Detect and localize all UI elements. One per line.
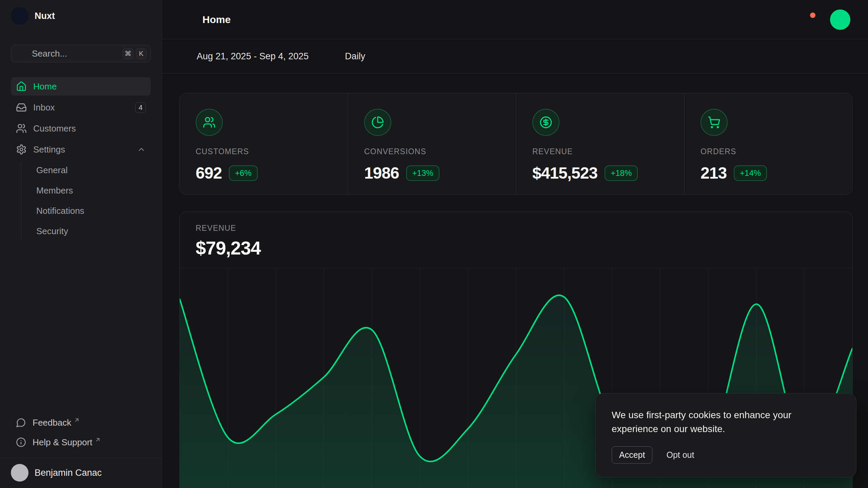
period-select[interactable]: Daily xyxy=(345,51,380,62)
search-input-wrapper[interactable]: ⌘ K xyxy=(11,45,151,62)
date-range-value: Aug 21, 2025 - Sep 4, 2025 xyxy=(197,51,309,62)
page-title: Home xyxy=(202,14,231,25)
chart-header: REVENUE $79,234 xyxy=(180,212,852,268)
sidebar-item-feedback[interactable]: Feedback xyxy=(11,414,151,431)
kbd-meta: ⌘ xyxy=(123,48,133,59)
message-circle-icon xyxy=(16,418,26,428)
stat-value: $415,523 xyxy=(532,164,597,182)
sidebar-item-inbox[interactable]: Inbox4 xyxy=(11,98,151,117)
chevrons-up-down-icon xyxy=(141,468,151,478)
stat-label: CUSTOMERS xyxy=(196,147,338,156)
filters-toolbar: Aug 21, 2025 - Sep 4, 2025 Daily xyxy=(162,39,868,74)
nuxt-logo-icon xyxy=(11,7,28,25)
stat-card-customers[interactable]: CUSTOMERS692+6% xyxy=(180,93,348,195)
stats-row: CUSTOMERS692+6%CONVERSIONS1986+13%REVENU… xyxy=(179,93,853,195)
collapse-sidebar-icon[interactable] xyxy=(180,13,193,26)
chart-current-value: $79,234 xyxy=(196,237,836,259)
team-switcher[interactable]: Nuxt xyxy=(11,5,151,26)
sidebar-item-home[interactable]: Home xyxy=(11,77,151,96)
stat-label: CONVERSIONS xyxy=(364,147,506,156)
sidebar-subnav-settings: GeneralMembersNotificationsSecurity xyxy=(21,161,151,240)
home-icon xyxy=(16,81,27,92)
pie-chart-icon xyxy=(364,109,391,136)
sidebar-item-label: Customers xyxy=(33,123,76,134)
info-icon xyxy=(16,437,26,447)
users-icon xyxy=(16,123,27,134)
stat-value: 1986 xyxy=(364,164,399,182)
sidebar-subitem-general[interactable]: General xyxy=(21,161,151,179)
calendar-icon xyxy=(180,51,190,62)
stat-card-conversions[interactable]: CONVERSIONS1986+13% xyxy=(348,93,516,195)
sidebar-item-label: Settings xyxy=(33,144,65,155)
stat-card-orders[interactable]: ORDERS213+14% xyxy=(684,93,852,195)
user-menu[interactable]: Benjamin Canac xyxy=(11,458,151,488)
accept-cookies-button[interactable]: Accept xyxy=(612,446,652,464)
stat-card-revenue[interactable]: REVENUE$415,523+18% xyxy=(516,93,684,195)
sidebar-subitem-members[interactable]: Members xyxy=(21,182,151,200)
sidebar-item-label: Feedback xyxy=(33,418,71,428)
chevron-up-icon xyxy=(137,145,146,154)
sidebar-item-help-support[interactable]: Help & Support xyxy=(11,433,151,451)
stat-delta-badge: +13% xyxy=(406,165,439,181)
kbd-k: K xyxy=(136,48,146,59)
sidebar-item-label: Inbox xyxy=(33,102,55,113)
sidebar-item-label: Help & Support xyxy=(33,437,92,448)
sidebar-subitem-notifications[interactable]: Notifications xyxy=(21,202,151,220)
stat-delta-badge: +18% xyxy=(605,165,638,181)
sidebar-footer: FeedbackHelp & Support Benjamin Canac xyxy=(11,414,151,488)
notifications-button[interactable] xyxy=(801,12,815,27)
chevrons-up-down-icon xyxy=(141,11,151,21)
add-button[interactable] xyxy=(830,9,850,30)
team-name: Nuxt xyxy=(35,11,55,21)
chevron-down-icon xyxy=(315,52,323,61)
avatar xyxy=(11,464,28,482)
stat-label: REVENUE xyxy=(532,147,674,156)
stat-label: ORDERS xyxy=(701,147,842,156)
search-icon xyxy=(17,49,26,59)
external-link-icon xyxy=(95,436,101,443)
stat-delta-badge: +14% xyxy=(734,165,767,181)
period-value: Daily xyxy=(345,51,365,62)
search-input[interactable] xyxy=(32,48,120,59)
cookie-banner: We use first-party cookies to enhance yo… xyxy=(595,393,856,477)
sidebar-nav: HomeInbox4CustomersSettingsGeneralMember… xyxy=(11,77,151,244)
inbox-icon xyxy=(16,102,27,113)
sidebar-item-settings[interactable]: Settings xyxy=(11,140,151,159)
stat-delta-badge: +6% xyxy=(229,165,258,181)
sidebar-item-customers[interactable]: Customers xyxy=(11,119,151,138)
chart-title: REVENUE xyxy=(196,224,836,233)
circle-dollar-icon xyxy=(532,109,559,136)
cart-icon xyxy=(701,109,728,136)
sidebar-subitem-security[interactable]: Security xyxy=(21,222,151,240)
gear-icon xyxy=(16,144,27,155)
optout-cookies-button[interactable]: Opt out xyxy=(665,447,695,463)
notification-dot xyxy=(810,13,815,18)
stat-value: 692 xyxy=(196,164,222,182)
user-name: Benjamin Canac xyxy=(35,468,102,478)
chevron-down-icon xyxy=(372,52,380,61)
sidebar-item-label: Home xyxy=(33,81,57,92)
external-link-icon xyxy=(74,417,80,423)
cookie-message: We use first-party cookies to enhance yo… xyxy=(612,408,822,436)
stat-value: 213 xyxy=(701,164,727,182)
top-header: Home xyxy=(162,0,868,39)
users-icon xyxy=(196,109,223,136)
sidebar: Nuxt ⌘ K HomeInbox4CustomersSettingsGene… xyxy=(0,0,162,488)
unread-count-badge: 4 xyxy=(135,102,146,113)
date-range-picker[interactable]: Aug 21, 2025 - Sep 4, 2025 xyxy=(180,51,323,62)
